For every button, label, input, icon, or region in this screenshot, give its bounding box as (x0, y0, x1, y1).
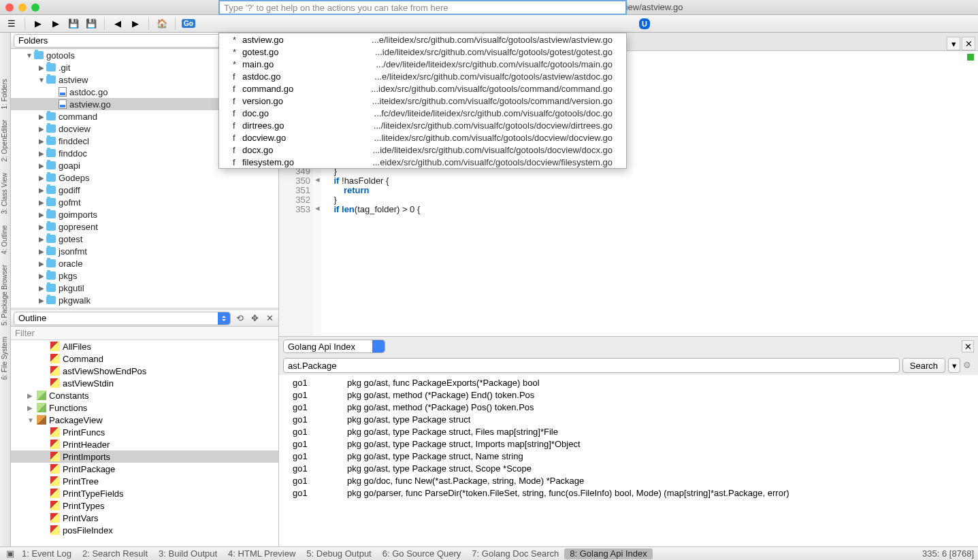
outline-item[interactable]: PrintHeader (11, 438, 278, 450)
tree-item[interactable]: ▶gofmt (11, 196, 278, 208)
file-quickopen-popup: *astview.go...e/liteidex/src/github.com/… (218, 33, 627, 169)
result-row[interactable]: go1pkg go/ast, method (*Package) Pos() t… (279, 402, 978, 414)
outline-item[interactable]: astViewShowEndPos (11, 365, 278, 377)
close-pane-icon[interactable]: ✕ (962, 340, 974, 352)
quickopen-item[interactable]: fdoc.go...fc/dev/liteide/liteidex/src/gi… (219, 107, 626, 119)
tree-item[interactable]: ▶jsonfmt (11, 245, 278, 257)
status-tab[interactable]: 5: Debug Output (301, 548, 376, 559)
toolbar: ☰ ▶ ▶ 💾 💾 ◀ ▶ 🏠 Go U (0, 15, 978, 33)
outline-item[interactable]: PrintFuncs (11, 426, 278, 438)
expand-icon[interactable]: ✥ (248, 312, 261, 325)
outline-item[interactable]: astViewStdin (11, 377, 278, 389)
tab-close-icon[interactable]: ✕ (962, 37, 975, 50)
result-row[interactable]: go1pkg go/ast, type Package struct, File… (279, 427, 978, 439)
quickopen-item[interactable]: *astview.go...e/liteidex/src/github.com/… (219, 33, 626, 46)
side-tab[interactable]: 3: Class View (0, 167, 10, 219)
tree-item[interactable]: ▶oracle (11, 257, 278, 269)
tree-item[interactable]: ▶gotest (11, 233, 278, 245)
menu-icon[interactable]: ☰ (4, 17, 19, 31)
quickopen-item[interactable]: fdocx.go...ide/liteidex/src/github.com/v… (219, 144, 626, 156)
quickopen-item[interactable]: *gotest.go...ide/liteidex/src/github.com… (219, 46, 626, 58)
result-row[interactable]: go1pkg go/ast, type Package struct, Name… (279, 451, 978, 463)
outline-tree[interactable]: AllFilesCommandastViewShowEndPosastViewS… (11, 340, 278, 546)
cursor-position: 335: 6 [8768] (922, 548, 974, 559)
outline-item[interactable]: ▶Constants (11, 389, 278, 401)
zoom-window-icon[interactable] (31, 3, 39, 12)
outline-item[interactable]: PrintImports (11, 450, 278, 463)
update-icon[interactable]: U (637, 17, 652, 31)
home-icon[interactable]: 🏠 (154, 17, 169, 31)
status-tab[interactable]: 1: Event Log (16, 548, 77, 559)
outline-item[interactable]: AllFiles (11, 340, 278, 352)
run-icon[interactable]: ▶ (31, 17, 46, 31)
tree-item[interactable]: ▶Godeps (11, 171, 278, 184)
side-tab[interactable]: 6: File System (0, 331, 10, 385)
go-lang-icon[interactable]: Go (181, 17, 196, 31)
save-icon[interactable]: 💾 (66, 17, 81, 31)
outline-panel-header: Outline ⟲ ✥ ✕ (11, 310, 278, 327)
side-tab[interactable]: 5: Package Browser (0, 259, 10, 331)
result-row[interactable]: go1pkg go/doc, func New(*ast.Package, st… (279, 476, 978, 488)
debug-icon[interactable]: ▶ (48, 17, 63, 31)
quickopen-item[interactable]: fastdoc.go...e/liteidex/src/github.com/v… (219, 70, 626, 82)
status-tab[interactable]: 4: HTML Preview (223, 548, 301, 559)
tree-item[interactable]: ▶gopresent (11, 220, 278, 233)
outline-item[interactable]: PrintVars (11, 512, 278, 524)
outline-item[interactable]: ▶Functions (11, 401, 278, 414)
outline-item[interactable]: PrintTypeFields (11, 487, 278, 499)
statusbar: ▣ 1: Event Log2: Search Result3: Build O… (0, 546, 978, 560)
modified-indicator-icon (967, 54, 974, 61)
api-search-input[interactable] (283, 358, 900, 373)
outline-item[interactable]: Command (11, 352, 278, 365)
bottom-pane: Golang Api Index ✕ Search ▾ ⚙ go1pkg go/… (279, 336, 978, 546)
sync-icon[interactable]: ⟲ (233, 312, 246, 325)
result-row[interactable]: go1pkg go/ast, type Package struct, Impo… (279, 439, 978, 451)
tree-item[interactable]: ▶pkgs (11, 269, 278, 282)
result-row[interactable]: go1pkg go/ast, type Package struct (279, 414, 978, 427)
minimize-window-icon[interactable] (18, 3, 27, 12)
nav-forward-icon[interactable]: ▶ (128, 17, 143, 31)
tree-item[interactable]: ▶pkgutil (11, 282, 278, 294)
left-tab-strip: 1: Folders2: OpenEditor3: Class View4: O… (0, 33, 11, 546)
result-row[interactable]: go1pkg go/parser, func ParseDir(*token.F… (279, 488, 978, 500)
gear-icon[interactable]: ⚙ (963, 360, 974, 371)
status-tab[interactable]: 3: Build Output (153, 548, 223, 559)
close-panel-icon[interactable]: ✕ (263, 312, 276, 325)
tab-list-icon[interactable]: ▾ (947, 37, 960, 50)
saveall-icon[interactable]: 💾 (84, 17, 99, 31)
result-row[interactable]: go1pkg go/ast, method (*Package) End() t… (279, 390, 978, 402)
quickopen-item[interactable]: *main.go.../dev/liteide/liteidex/src/git… (219, 58, 626, 70)
outline-item[interactable]: ▼PackageView (11, 414, 278, 426)
status-tab[interactable]: 6: Go Source Query (377, 548, 467, 559)
outline-combo[interactable]: Outline (14, 312, 231, 325)
result-row[interactable]: go1pkg go/ast, type Package struct, Scop… (279, 463, 978, 476)
outline-item[interactable]: PrintPackage (11, 463, 278, 475)
search-options-icon[interactable]: ▾ (948, 358, 960, 373)
tree-item[interactable]: ▶goimports (11, 208, 278, 220)
status-tab[interactable]: 7: Golang Doc Search (466, 548, 564, 559)
search-button[interactable]: Search (902, 358, 945, 373)
outline-filter[interactable]: Filter (11, 327, 278, 340)
outline-item[interactable]: posFileIndex (11, 524, 278, 536)
nav-back-icon[interactable]: ◀ (110, 17, 125, 31)
quickopen-item[interactable]: fversion.go...iteidex/src/github.com/vis… (219, 95, 626, 107)
side-tab[interactable]: 4: Outline (0, 220, 10, 260)
quickopen-item[interactable]: fcommand.go...idex/src/github.com/visual… (219, 82, 626, 95)
outline-item[interactable]: PrintTypes (11, 499, 278, 512)
close-window-icon[interactable] (5, 3, 14, 12)
status-tab[interactable]: 8: Golang Api Index (564, 548, 652, 559)
status-tab[interactable]: 2: Search Result (77, 548, 153, 559)
side-tab[interactable]: 1: Folders (0, 73, 10, 114)
tree-item[interactable]: ▶pkgwalk (11, 294, 278, 306)
side-tab[interactable]: 2: OpenEditor (0, 114, 10, 167)
quickopen-item[interactable]: ffilesystem.go...eidex/src/github.com/vi… (219, 156, 626, 168)
command-input[interactable]: Type '?' to get help on the actions you … (218, 0, 627, 15)
tree-item[interactable]: ▶godiff (11, 184, 278, 196)
outline-item[interactable]: PrintTree (11, 475, 278, 487)
status-toggle-icon[interactable]: ▣ (4, 548, 16, 560)
quickopen-item[interactable]: fdirtrees.go.../liteidex/src/github.com/… (219, 119, 626, 131)
api-index-combo[interactable]: Golang Api Index (283, 340, 385, 353)
result-row[interactable]: go1pkg go/ast, func PackageExports(*Pack… (279, 378, 978, 390)
quickopen-item[interactable]: fdocview.go...liteidex/src/github.com/vi… (219, 131, 626, 144)
api-results[interactable]: go1pkg go/ast, func PackageExports(*Pack… (279, 375, 978, 546)
